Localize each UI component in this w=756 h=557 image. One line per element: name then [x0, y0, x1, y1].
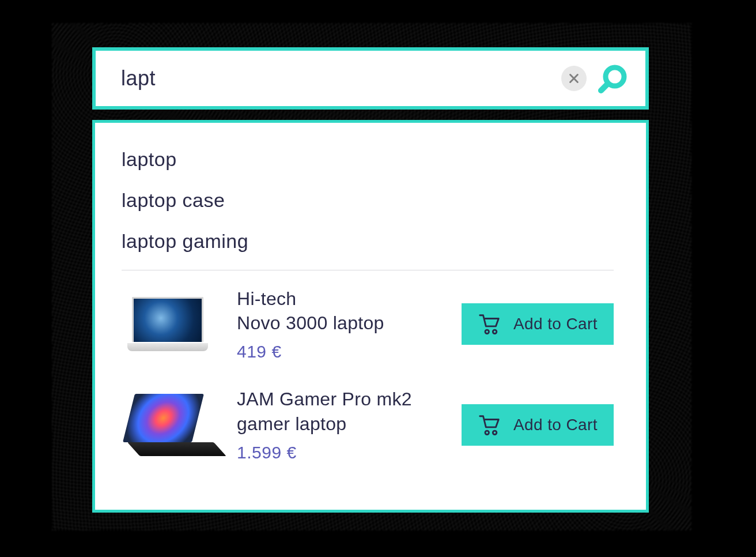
divider	[122, 270, 614, 270]
search-bar	[92, 47, 649, 110]
search-icon	[598, 63, 629, 94]
svg-point-3	[485, 431, 489, 434]
suggestion-item[interactable]: laptop case	[122, 180, 614, 221]
laptop-image	[123, 394, 213, 456]
suggestion-item[interactable]: laptop	[122, 139, 614, 180]
cart-icon	[478, 413, 502, 437]
product-info: JAM Gamer Pro mk2 gamer laptop 1.599 €	[237, 387, 439, 462]
search-widget: laptop laptop case laptop gaming Hi-tech…	[92, 47, 649, 513]
product-title[interactable]: JAM Gamer Pro mk2 gamer laptop	[237, 387, 439, 435]
add-to-cart-label: Add to Cart	[513, 416, 598, 434]
product-thumbnail[interactable]	[122, 289, 214, 359]
add-to-cart-button[interactable]: Add to Cart	[462, 404, 614, 446]
product-thumbnail[interactable]	[122, 390, 214, 460]
search-input[interactable]	[121, 66, 551, 91]
product-result: Hi-tech Novo 3000 laptop 419 € Add to Ca…	[122, 287, 614, 362]
suggestion-item[interactable]: laptop gaming	[122, 221, 614, 262]
product-title[interactable]: Hi-tech Novo 3000 laptop	[237, 287, 439, 335]
product-result: JAM Gamer Pro mk2 gamer laptop 1.599 € A…	[122, 387, 614, 462]
svg-point-1	[485, 330, 489, 333]
product-price: 419 €	[237, 342, 439, 362]
close-icon	[568, 72, 580, 85]
svg-point-4	[493, 431, 496, 434]
cart-icon	[478, 312, 502, 336]
product-price: 1.599 €	[237, 443, 439, 462]
clear-button[interactable]	[561, 66, 587, 91]
add-to-cart-button[interactable]: Add to Cart	[462, 303, 614, 345]
laptop-image	[127, 297, 208, 351]
svg-point-2	[493, 330, 496, 333]
search-button[interactable]	[597, 62, 629, 95]
add-to-cart-label: Add to Cart	[513, 315, 598, 333]
product-info: Hi-tech Novo 3000 laptop 419 €	[237, 287, 439, 362]
search-dropdown: laptop laptop case laptop gaming Hi-tech…	[92, 120, 649, 513]
